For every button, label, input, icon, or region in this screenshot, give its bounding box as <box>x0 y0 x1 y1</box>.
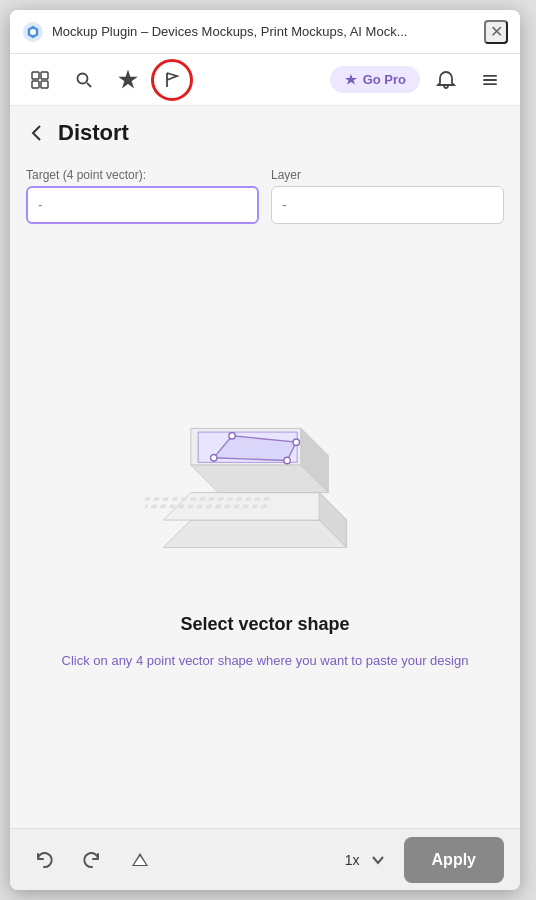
grid-icon-button[interactable] <box>22 62 58 98</box>
window-title: Mockup Plugin – Devices Mockups, Print M… <box>52 24 484 39</box>
svg-point-43 <box>284 457 290 463</box>
svg-rect-26 <box>145 504 148 508</box>
triangle-icon-button[interactable] <box>122 842 158 878</box>
svg-point-6 <box>78 73 88 83</box>
svg-marker-8 <box>121 72 136 87</box>
svg-rect-3 <box>41 72 48 79</box>
illustration-title: Select vector shape <box>180 614 349 635</box>
distort-icon-button-wrapper <box>154 62 190 98</box>
close-button[interactable]: ✕ <box>484 20 508 44</box>
toolbar: Go Pro <box>10 54 520 106</box>
main-content: Target (4 point vector): - Layer - <box>10 160 520 828</box>
svg-rect-5 <box>41 81 48 88</box>
svg-line-7 <box>87 83 91 87</box>
multiplier-value: 1x <box>345 852 360 868</box>
svg-rect-4 <box>32 81 39 88</box>
page-title: Distort <box>58 120 129 146</box>
apply-button[interactable]: Apply <box>404 837 504 883</box>
layer-input-group: Layer - <box>271 168 504 224</box>
svg-rect-15 <box>172 497 179 501</box>
svg-point-44 <box>211 454 217 460</box>
title-bar: Mockup Plugin – Devices Mockups, Print M… <box>10 10 520 54</box>
flag-icon-button[interactable] <box>154 62 190 98</box>
page-header: Distort <box>10 106 520 160</box>
input-row: Target (4 point vector): - Layer - <box>10 160 520 240</box>
bottom-bar: 1x Apply <box>10 828 520 890</box>
notification-button[interactable] <box>428 62 464 98</box>
target-label: Target (4 point vector): <box>26 168 259 182</box>
undo-button[interactable] <box>26 842 62 878</box>
illustration-subtitle: Click on any 4 point vector shape where … <box>62 651 469 671</box>
search-icon-button[interactable] <box>66 62 102 98</box>
sparkle-icon-button[interactable] <box>110 62 146 98</box>
back-button[interactable] <box>26 122 48 144</box>
svg-rect-14 <box>162 497 169 501</box>
target-dash: - <box>38 197 43 213</box>
laptop-illustration <box>145 398 385 598</box>
target-input-field[interactable]: - <box>26 186 259 224</box>
redo-button[interactable] <box>74 842 110 878</box>
layer-input-field[interactable]: - <box>271 186 504 224</box>
multiplier-chevron-button[interactable] <box>364 846 392 874</box>
svg-rect-13 <box>153 497 160 501</box>
svg-rect-29 <box>169 504 176 508</box>
svg-rect-10 <box>483 79 497 81</box>
layer-dash: - <box>282 197 287 213</box>
svg-rect-2 <box>32 72 39 79</box>
go-pro-button[interactable]: Go Pro <box>330 66 420 93</box>
layer-label: Layer <box>271 168 504 182</box>
svg-point-1 <box>30 29 36 35</box>
svg-rect-9 <box>483 75 497 77</box>
svg-point-42 <box>293 439 299 445</box>
target-input-group: Target (4 point vector): - <box>26 168 259 224</box>
svg-rect-11 <box>483 83 497 85</box>
plugin-icon <box>22 21 44 43</box>
multiplier-group: 1x <box>345 846 392 874</box>
svg-rect-12 <box>145 497 151 501</box>
menu-button[interactable] <box>472 62 508 98</box>
svg-point-41 <box>229 432 235 438</box>
svg-rect-28 <box>160 504 167 508</box>
svg-rect-27 <box>151 504 158 508</box>
illustration-area: Select vector shape Click on any 4 point… <box>10 240 520 828</box>
